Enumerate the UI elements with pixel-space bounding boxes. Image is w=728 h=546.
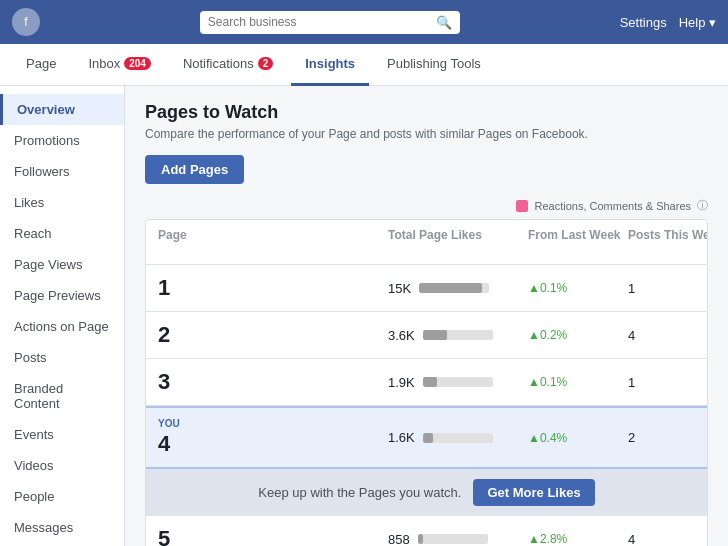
likes-cell-5: 858	[388, 532, 528, 547]
legend-label: Reactions, Comments & Shares	[534, 200, 691, 212]
table-row-you: YOU 4 1.6K ▲0.4% 2 11	[146, 406, 707, 469]
sidebar-item-people[interactable]: People	[0, 481, 124, 512]
sidebar-item-events[interactable]: Events	[0, 419, 124, 450]
search-bar: 🔍	[200, 11, 460, 34]
from-last-week-5: ▲2.8%	[528, 532, 628, 546]
row-rank-3: 3	[158, 369, 388, 395]
sidebar-item-branded-content[interactable]: Branded Content	[0, 373, 124, 419]
sidebar-item-videos[interactable]: Videos	[0, 450, 124, 481]
likes-cell-2: 3.6K	[388, 328, 528, 343]
likes-bar-5	[418, 534, 424, 544]
table-legend-row: Reactions, Comments & Shares ⓘ	[145, 198, 708, 213]
sidebar-item-promotions[interactable]: Promotions	[0, 125, 124, 156]
row-rank-5: 5	[158, 526, 388, 546]
top-nav-left: f	[12, 8, 40, 36]
top-nav: f 🔍 Settings Help ▾	[0, 0, 728, 44]
top-nav-right: Settings Help ▾	[620, 15, 716, 30]
row-rank-4: YOU 4	[158, 418, 388, 457]
nav-notifications[interactable]: Notifications 2	[169, 44, 287, 86]
col-total-likes: Total Page Likes	[388, 228, 528, 256]
sidebar-item-likes[interactable]: Likes	[0, 187, 124, 218]
likes-cell-4: 1.6K	[388, 430, 528, 445]
inbox-badge: 204	[124, 57, 151, 70]
sidebar-item-actions-on-page[interactable]: Actions on Page	[0, 311, 124, 342]
nav-publishing-tools[interactable]: Publishing Tools	[373, 44, 495, 86]
search-icon[interactable]: 🔍	[436, 15, 452, 30]
likes-value-3: 1.9K	[388, 375, 415, 390]
from-last-week-1: ▲0.1%	[528, 281, 628, 295]
nav-page[interactable]: Page	[12, 44, 70, 86]
likes-cell-3: 1.9K	[388, 375, 528, 390]
table-row: 1 15K ▲0.1% 1 26	[146, 265, 707, 312]
posts-this-week-5: 4	[628, 532, 708, 547]
pages-watch-table: Page Total Page Likes From Last Week Pos…	[145, 219, 708, 546]
likes-bar-bg-5	[418, 534, 488, 544]
col-page: Page	[158, 228, 388, 256]
page-subtitle: Compare the performance of your Page and…	[145, 127, 708, 141]
row-rank-1: 1	[158, 275, 388, 301]
posts-this-week-4: 2	[628, 430, 708, 445]
table-header: Page Total Page Likes From Last Week Pos…	[146, 220, 707, 265]
page-title: Pages to Watch	[145, 102, 708, 123]
main-layout: Overview Promotions Followers Likes Reac…	[0, 86, 728, 546]
get-more-likes-button[interactable]: Get More Likes	[473, 479, 594, 506]
search-input[interactable]	[208, 15, 430, 29]
sidebar: Overview Promotions Followers Likes Reac…	[0, 86, 125, 546]
add-pages-button[interactable]: Add Pages	[145, 155, 244, 184]
likes-bar-2	[423, 330, 448, 340]
posts-this-week-3: 1	[628, 375, 708, 390]
from-last-week-3: ▲0.1%	[528, 375, 628, 389]
posts-this-week-1: 1	[628, 281, 708, 296]
likes-bar-4	[423, 433, 434, 443]
sidebar-item-page-previews[interactable]: Page Previews	[0, 280, 124, 311]
sidebar-item-overview[interactable]: Overview	[0, 94, 124, 125]
col-from-last-week: From Last Week	[528, 228, 628, 256]
table-row: 3 1.9K ▲0.1% 1 19	[146, 359, 707, 406]
from-last-week-4: ▲0.4%	[528, 431, 628, 445]
legend-info-icon: ⓘ	[697, 198, 708, 213]
legend-color	[516, 200, 528, 212]
fb-logo: f	[12, 8, 40, 36]
likes-value-2: 3.6K	[388, 328, 415, 343]
likes-bar-1	[419, 283, 482, 293]
table-row: 5 858 ▲2.8% 4 24	[146, 516, 707, 546]
settings-link[interactable]: Settings	[620, 15, 667, 30]
sidebar-item-messages[interactable]: Messages	[0, 512, 124, 543]
you-label: YOU	[158, 418, 388, 429]
table-row: 2 3.6K ▲0.2% 4 73	[146, 312, 707, 359]
likes-value-5: 858	[388, 532, 410, 547]
sidebar-item-reach[interactable]: Reach	[0, 218, 124, 249]
likes-value-4: 1.6K	[388, 430, 415, 445]
sidebar-item-posts[interactable]: Posts	[0, 342, 124, 373]
nav-inbox[interactable]: Inbox 204	[74, 44, 165, 86]
from-last-week-2: ▲0.2%	[528, 328, 628, 342]
likes-bar-bg-4	[423, 433, 493, 443]
secondary-nav: Page Inbox 204 Notifications 2 Insights …	[0, 44, 728, 86]
col-posts-this-week: Posts This Week	[628, 228, 708, 256]
row-rank-2: 2	[158, 322, 388, 348]
likes-value-1: 15K	[388, 281, 411, 296]
keep-up-text: Keep up with the Pages you watch.	[258, 485, 461, 500]
help-link[interactable]: Help ▾	[679, 15, 716, 30]
likes-bar-bg-3	[423, 377, 493, 387]
sidebar-item-followers[interactable]: Followers	[0, 156, 124, 187]
keep-up-banner: Keep up with the Pages you watch. Get Mo…	[146, 469, 707, 516]
likes-bar-bg-2	[423, 330, 493, 340]
notifications-badge: 2	[258, 57, 274, 70]
top-nav-center: 🔍	[40, 11, 620, 34]
content-area: Pages to Watch Compare the performance o…	[125, 86, 728, 546]
likes-bar-3	[423, 377, 437, 387]
likes-cell-1: 15K	[388, 281, 528, 296]
nav-insights[interactable]: Insights	[291, 44, 369, 86]
sidebar-item-page-views[interactable]: Page Views	[0, 249, 124, 280]
likes-bar-bg-1	[419, 283, 489, 293]
posts-this-week-2: 4	[628, 328, 708, 343]
